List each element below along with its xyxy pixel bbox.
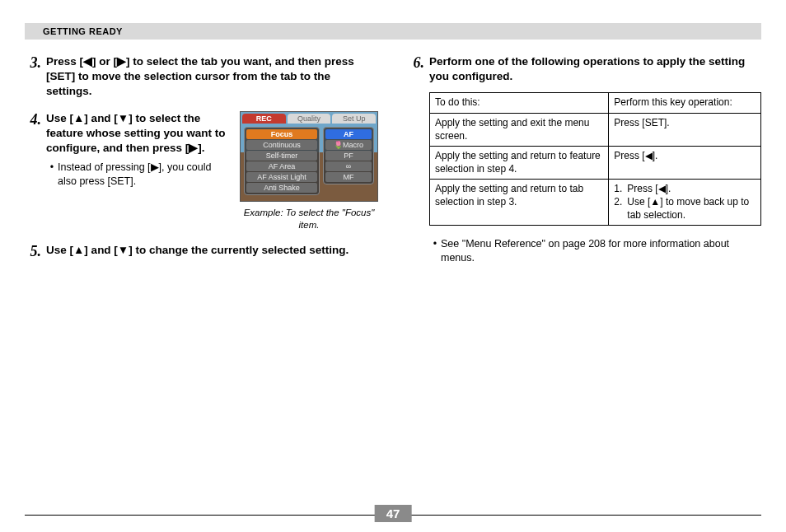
step-bullet: • Instead of pressing [▶], you could als…: [46, 161, 228, 189]
menu-value: MF: [325, 172, 372, 182]
two-column-layout: 3. Press [◀] or [▶] to select the tab yo…: [25, 54, 761, 277]
table-header: Perform this key operation:: [609, 93, 761, 114]
step-number: 3.: [25, 54, 46, 100]
step-6: 6. Perform one of the following operatio…: [408, 54, 761, 265]
camera-menu-screenshot: REC Quality Set Up Focus Continuous Self…: [240, 111, 378, 202]
table-header: To do this:: [430, 93, 609, 114]
figure-caption: Example: To select the "Focus" item.: [240, 207, 378, 231]
table-header-row: To do this: Perform this key operation:: [430, 93, 761, 114]
step-text: Press [◀] or [▶] to select the tab you w…: [46, 54, 378, 100]
note-bullet: • See "Menu Reference" on page 208 for m…: [429, 237, 761, 265]
step-number: 4.: [25, 111, 46, 231]
menu-tab-rec: REC: [242, 114, 286, 124]
table-cell: 1.Press [◀]. 2.Use [▲] to move back up t…: [609, 180, 761, 226]
menu-tab-quality: Quality: [288, 114, 331, 124]
menu-value: ∞: [325, 161, 372, 171]
menu-item: Continuous: [246, 140, 317, 150]
step-4: 4. Use [▲] and [▼] to select the feature…: [25, 111, 378, 231]
step-number: 5.: [25, 243, 46, 260]
left-column: 3. Press [◀] or [▶] to select the tab yo…: [25, 54, 378, 277]
menu-value: PF: [325, 151, 372, 161]
step-5: 5. Use [▲] and [▼] to change the current…: [25, 243, 378, 260]
menu-item: Anti Shake: [246, 183, 317, 193]
menu-feature-list: Focus Continuous Self-timer AF Area AF A…: [244, 127, 320, 195]
table-cell: Apply the setting and return to feature …: [430, 147, 609, 180]
table-row: Apply the setting and exit the menu scre…: [430, 114, 761, 147]
table-cell: Apply the setting and exit the menu scre…: [430, 114, 609, 147]
menu-tab-setup: Set Up: [332, 114, 376, 124]
step-3: 3. Press [◀] or [▶] to select the tab yo…: [25, 54, 378, 100]
table-cell: Apply the setting and return to tab sele…: [430, 180, 609, 226]
manual-page: GETTING READY 3. Press [◀] or [▶] to sel…: [0, 0, 786, 532]
table-row: Apply the setting and return to tab sele…: [430, 180, 761, 226]
step-text: Use [▲] and [▼] to select the feature wh…: [46, 111, 228, 156]
menu-item: Focus: [246, 129, 317, 139]
page-footer: 47: [25, 515, 761, 516]
table-cell: Press [◀].: [609, 147, 761, 180]
menu-value: 🌷Macro: [325, 140, 372, 150]
step-text: Perform one of the following operations …: [429, 54, 761, 84]
operations-table: To do this: Perform this key operation: …: [429, 92, 761, 226]
step-text: Use [▲] and [▼] to change the currently …: [46, 243, 378, 258]
menu-value: AF: [325, 129, 372, 139]
step-number: 6.: [408, 54, 429, 265]
menu-value-list: AF 🌷Macro PF ∞ MF: [323, 127, 374, 184]
table-row: Apply the setting and return to feature …: [430, 147, 761, 180]
page-number: 47: [375, 505, 412, 522]
menu-item: AF Area: [246, 161, 317, 171]
figure: REC Quality Set Up Focus Continuous Self…: [240, 111, 378, 231]
menu-item: Self-timer: [246, 151, 317, 161]
right-column: 6. Perform one of the following operatio…: [408, 54, 761, 277]
menu-item: AF Assist Light: [246, 172, 317, 182]
section-header: GETTING READY: [25, 23, 761, 40]
table-cell: Press [SET].: [609, 114, 761, 147]
